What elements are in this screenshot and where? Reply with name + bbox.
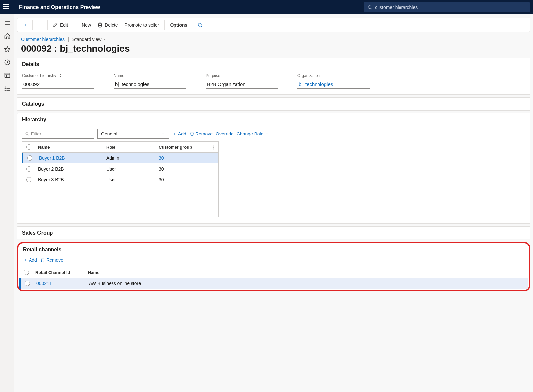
select-all[interactable] — [22, 144, 35, 150]
breadcrumb: Customer hierarchies | Standard view — [21, 37, 526, 42]
row-role: User — [104, 177, 156, 182]
purpose-label: Purpose — [206, 73, 278, 78]
plus-icon — [172, 132, 177, 136]
sales-group-header[interactable]: Sales Group — [17, 227, 530, 239]
table-row[interactable]: Buyer 2 B2BUser30 — [22, 163, 218, 174]
row-name[interactable]: Buyer 3 B2B — [35, 177, 104, 182]
nav-rail — [0, 14, 14, 392]
name-value[interactable]: bj_technologies — [114, 80, 186, 89]
list-toggle-button[interactable] — [35, 21, 45, 29]
pencil-icon — [53, 22, 58, 28]
row-group[interactable]: 30 — [156, 155, 209, 161]
list-icon[interactable] — [4, 85, 10, 92]
hierarchy-id-value[interactable]: 000092 — [22, 80, 94, 89]
table-row[interactable]: 000211AW Business online store — [19, 278, 528, 289]
row-group[interactable]: 30 — [156, 166, 209, 172]
col-group[interactable]: Customer group — [156, 145, 209, 150]
options-button[interactable]: Options — [167, 21, 191, 29]
home-icon[interactable] — [4, 33, 10, 39]
col-role[interactable]: Role ↑ — [104, 145, 156, 150]
retail-channels-header[interactable]: Retail channels — [18, 243, 529, 256]
hierarchy-filter[interactable] — [22, 129, 94, 139]
row-role: Admin — [104, 155, 156, 161]
col-name[interactable]: Name — [35, 145, 104, 150]
svg-point-23 — [26, 133, 28, 135]
table-row[interactable]: Buyer 3 B2BUser30 — [22, 174, 218, 185]
row-name[interactable]: Buyer 2 B2B — [35, 166, 104, 172]
global-search[interactable] — [364, 2, 530, 12]
organization-value[interactable]: bj_technologies — [297, 80, 370, 89]
hierarchy-change-role-button[interactable]: Change Role — [237, 131, 270, 136]
plus-icon — [74, 22, 80, 28]
svg-point-13 — [5, 87, 5, 87]
star-icon[interactable] — [4, 46, 10, 52]
search-icon — [367, 5, 372, 10]
svg-line-24 — [28, 134, 29, 135]
svg-marker-5 — [4, 47, 10, 52]
retail-grid: Retail Channel Id Name 000211AW Business… — [20, 267, 528, 289]
sales-group-card: Sales Group — [17, 226, 530, 239]
new-button[interactable]: New — [71, 21, 94, 29]
col-role-label: Role — [106, 145, 115, 150]
retail-select-all[interactable] — [20, 270, 33, 275]
clock-icon[interactable] — [4, 59, 10, 66]
row-select[interactable] — [22, 166, 35, 172]
catalogs-header[interactable]: Catalogs — [17, 98, 530, 110]
table-row[interactable]: Buyer 1 B2BAdmin30 — [22, 153, 218, 163]
row-select[interactable] — [23, 155, 36, 161]
hierarchy-add-button[interactable]: Add — [172, 131, 186, 136]
hierarchy-view-select-label: General — [101, 131, 117, 136]
retail-remove-label: Remove — [46, 258, 63, 263]
search-icon — [197, 22, 203, 28]
retail-remove-button[interactable]: Remove — [40, 258, 63, 263]
svg-line-22 — [201, 26, 202, 27]
plus-icon — [23, 258, 28, 262]
details-header[interactable]: Details — [17, 58, 530, 71]
hierarchy-view-select[interactable]: General — [97, 129, 169, 139]
breadcrumb-link[interactable]: Customer hierarchies — [21, 37, 65, 42]
retail-add-button[interactable]: Add — [23, 258, 37, 263]
col-retail-id[interactable]: Retail Channel Id — [33, 270, 85, 275]
edit-button-label: Edit — [60, 22, 68, 28]
trash-icon — [40, 258, 45, 262]
row-select[interactable] — [22, 177, 35, 182]
hierarchy-add-label: Add — [178, 131, 186, 136]
details-card: Details Customer hierarchy ID 000092 Nam… — [17, 58, 530, 95]
hierarchy-header[interactable]: Hierarchy — [17, 113, 530, 126]
search-input[interactable] — [375, 5, 526, 10]
filter-search-button[interactable] — [195, 21, 205, 29]
row-retail-id[interactable]: 000211 — [34, 281, 86, 286]
page-title: 000092 : bj_technologies — [21, 43, 526, 54]
hierarchy-id-label: Customer hierarchy ID — [22, 73, 94, 78]
hierarchy-filter-input[interactable] — [31, 131, 91, 136]
grid-more-button[interactable]: ⋮ — [209, 145, 218, 150]
module-icon[interactable] — [4, 72, 10, 79]
svg-point-15 — [5, 90, 5, 91]
hierarchy-card: Hierarchy General Add — [17, 113, 530, 224]
row-select[interactable] — [21, 281, 34, 286]
svg-line-1 — [371, 8, 372, 9]
trash-icon — [190, 132, 194, 136]
hamburger-icon[interactable] — [4, 20, 10, 26]
options-button-label: Options — [170, 22, 187, 28]
promote-button[interactable]: Promote to seller — [121, 21, 163, 29]
back-button[interactable] — [20, 21, 31, 29]
breadcrumb-separator: | — [68, 37, 69, 42]
hierarchy-remove-label: Remove — [195, 131, 213, 136]
col-retail-name[interactable]: Name — [85, 270, 528, 275]
waffle-icon[interactable] — [3, 4, 10, 10]
svg-point-14 — [5, 88, 5, 89]
edit-button[interactable]: Edit — [50, 21, 71, 29]
new-button-label: New — [82, 22, 91, 28]
view-selector[interactable]: Standard view — [72, 37, 107, 42]
svg-point-21 — [198, 23, 201, 26]
purpose-value[interactable]: B2B Organization — [206, 80, 278, 89]
retail-channels-card: Retail channels Add Remove Retail Ch — [17, 242, 530, 291]
hierarchy-override-button[interactable]: Override — [216, 131, 234, 136]
hierarchy-remove-button[interactable]: Remove — [190, 131, 213, 136]
app-header: Finance and Operations Preview — [0, 0, 533, 14]
catalogs-card: Catalogs — [17, 97, 530, 111]
row-group[interactable]: 30 — [156, 177, 209, 182]
row-name[interactable]: Buyer 1 B2B — [36, 155, 104, 161]
delete-button[interactable]: Delete — [94, 21, 121, 29]
